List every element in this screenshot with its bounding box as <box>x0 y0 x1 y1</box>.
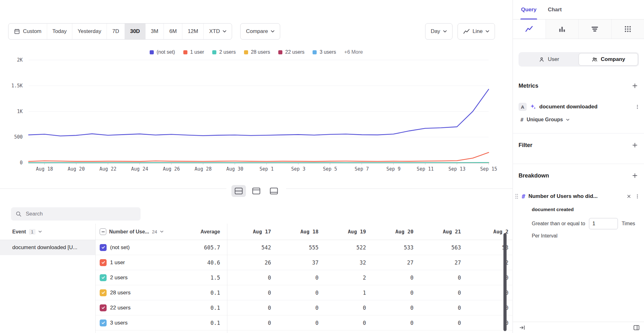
range-option-6m[interactable]: 6M <box>164 24 182 39</box>
svg-text:Sep 13: Sep 13 <box>448 166 465 172</box>
column-divider <box>95 224 96 333</box>
add-metric-button[interactable] <box>631 82 638 89</box>
aggregation-select[interactable]: Unique Groups <box>527 117 563 123</box>
search-input[interactable] <box>25 210 136 217</box>
column-header-date[interactable]: Aug 17 <box>227 229 275 235</box>
table-search[interactable] <box>11 207 141 221</box>
table-row[interactable]: 28 users0.1001000 <box>95 285 513 300</box>
more-charts-icon <box>624 25 632 33</box>
select-all-checkbox[interactable] <box>100 228 106 235</box>
results-table: Event 1 Number of Use... 24 Average Aug … <box>0 224 513 333</box>
condition-label[interactable]: Greater than or equal to <box>532 221 585 227</box>
column-header-date[interactable]: Aug 19 <box>322 229 369 235</box>
event-list-item[interactable]: document downloaded [U... <box>0 240 95 255</box>
row-label: 3 users <box>110 320 128 326</box>
chevron-down-icon <box>160 231 164 233</box>
row-checkbox[interactable] <box>100 274 107 281</box>
vertical-scrollbar[interactable] <box>503 233 507 331</box>
chart-type-bar-tab[interactable] <box>546 19 579 39</box>
section-divider <box>513 133 644 134</box>
breakdown-options-button[interactable] <box>635 194 640 199</box>
entity-option-user[interactable]: User <box>519 53 579 66</box>
table-row[interactable]: 22 users0.1000000 <box>95 300 513 315</box>
remove-breakdown-button[interactable] <box>626 194 631 199</box>
granularity-label: Day <box>431 28 440 35</box>
drag-handle-icon[interactable] <box>515 193 519 199</box>
row-label-cell: 22 users <box>95 304 177 311</box>
range-option-30d[interactable]: 30D <box>125 24 145 39</box>
table-row[interactable]: (not set)605.754255552253356353 <box>95 240 513 255</box>
row-checkbox[interactable] <box>100 259 107 266</box>
cell-value: 0 <box>275 320 322 326</box>
cell-average: 0.1 <box>177 320 227 326</box>
chart-type-funnel-tab[interactable] <box>578 19 611 39</box>
layout-table-button[interactable] <box>267 185 281 197</box>
range-option-xtd[interactable]: XTD <box>203 24 232 39</box>
cell-average: 1.5 <box>177 275 227 281</box>
add-filter-button[interactable] <box>631 142 638 149</box>
cell-value: 26 <box>227 259 275 266</box>
cell-value: 0 <box>417 275 464 281</box>
row-checkbox[interactable] <box>100 244 107 251</box>
row-label-cell: 28 users <box>95 289 177 296</box>
row-label-cell: 1 user <box>95 259 177 266</box>
layout-panel-icon[interactable] <box>633 325 640 330</box>
compare-button[interactable]: Compare <box>240 23 280 40</box>
range-option-3m[interactable]: 3M <box>145 24 164 39</box>
chart-type-button[interactable]: Line <box>458 23 495 40</box>
row-label-cell: (not set) <box>95 244 177 251</box>
range-label: Yesterday <box>78 28 101 35</box>
column-header-date[interactable]: Aug 21 <box>417 229 464 235</box>
cell-value: 563 <box>417 244 464 251</box>
row-checkbox[interactable] <box>100 319 107 326</box>
cell-value: 0 <box>275 305 322 311</box>
chart-type-more-tab[interactable] <box>611 19 644 39</box>
row-checkbox[interactable] <box>100 289 107 296</box>
metric-event-name[interactable]: document downloaded <box>539 104 631 110</box>
range-option-today[interactable]: Today <box>47 24 72 39</box>
column-header-date[interactable]: Aug 20 <box>369 229 417 235</box>
chart-canvas[interactable]: 05001K1.5K2KAug 18Aug 20Aug 22Aug 24Aug … <box>0 44 513 176</box>
layout-split-button[interactable] <box>231 185 246 197</box>
column-header-series[interactable]: Number of Use... 24 <box>95 228 177 235</box>
granularity-button[interactable]: Day <box>425 23 452 40</box>
metric-options-button[interactable] <box>635 104 640 110</box>
range-option-7d[interactable]: 7D <box>107 24 125 39</box>
table-row[interactable]: 1 user40.626373227272 <box>95 255 513 270</box>
check-icon <box>101 291 105 295</box>
svg-text:Sep 7: Sep 7 <box>355 166 369 172</box>
cell-value: 0 <box>369 320 417 326</box>
times-input[interactable] <box>589 218 618 229</box>
tab-query[interactable]: Query <box>521 0 536 19</box>
panel-footer <box>513 322 644 333</box>
range-option-12m[interactable]: 12M <box>182 24 203 39</box>
collapse-panel-icon[interactable] <box>519 325 525 331</box>
chart-type-line-tab[interactable] <box>513 19 546 39</box>
per-interval-label[interactable]: Per Interval <box>532 233 640 240</box>
event-list: document downloaded [U... <box>0 240 95 330</box>
table-row[interactable]: 2 users1.5002000 <box>95 270 513 285</box>
svg-text:Aug 20: Aug 20 <box>68 166 85 172</box>
column-header-event[interactable]: Event 1 <box>0 229 95 235</box>
layout-chart-button[interactable] <box>249 185 264 197</box>
company-option-label: Company <box>601 56 625 63</box>
range-option-yesterday[interactable]: Yesterday <box>72 24 107 39</box>
custom-date-button[interactable]: Custom <box>8 24 47 39</box>
chart-layout-icon <box>252 188 260 194</box>
add-breakdown-button[interactable] <box>631 172 638 179</box>
breakdown-property-name[interactable]: Number of Users who did... <box>528 193 623 199</box>
table-row[interactable]: 3 users0.1000000 <box>95 315 513 330</box>
company-icon <box>591 57 598 63</box>
metric-item[interactable]: A document downloaded <box>519 102 640 111</box>
column-header-average[interactable]: Average <box>177 229 227 235</box>
row-label: (not set) <box>110 244 130 251</box>
column-header-date[interactable]: Aug 18 <box>275 229 322 235</box>
user-option-label: User <box>548 56 559 63</box>
tab-chart[interactable]: Chart <box>548 0 562 19</box>
chevron-down-icon <box>223 30 226 33</box>
cell-value: 0 <box>227 275 275 281</box>
entity-option-company[interactable]: Company <box>579 53 638 66</box>
svg-text:Sep 3: Sep 3 <box>291 166 305 172</box>
row-checkbox[interactable] <box>100 304 107 311</box>
breakdown-event-name[interactable]: document created <box>532 207 640 214</box>
